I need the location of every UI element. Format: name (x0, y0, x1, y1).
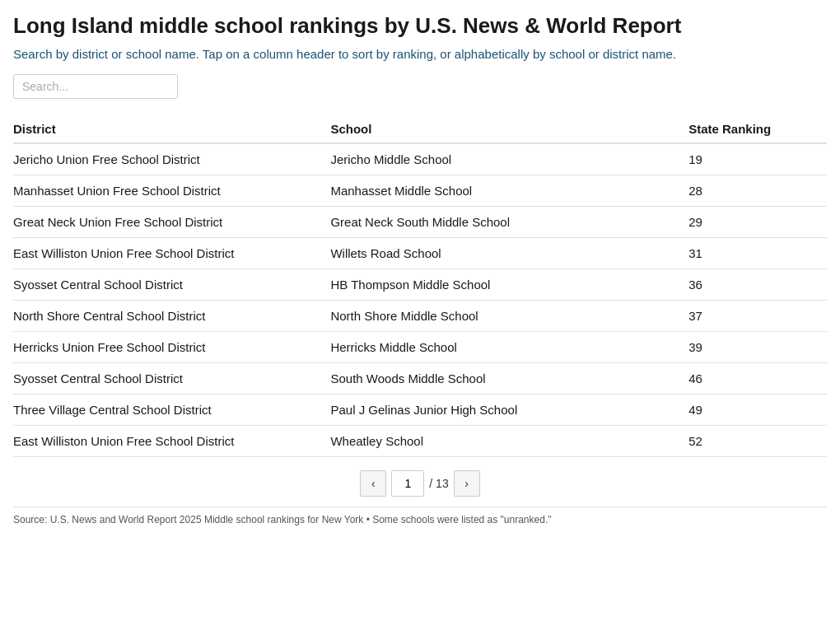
cell-ranking: 46 (680, 363, 827, 395)
cell-ranking: 39 (680, 332, 827, 363)
cell-ranking: 36 (680, 269, 827, 301)
subtitle: Search by district or school name. Tap o… (13, 47, 827, 61)
cell-school: Willets Road School (322, 238, 680, 269)
pagination: ‹ / 13 › (13, 457, 827, 507)
table-row: Jericho Union Free School DistrictJerich… (13, 143, 827, 175)
col-header-ranking[interactable]: State Ranking (680, 115, 827, 143)
cell-ranking: 28 (680, 175, 827, 207)
search-input[interactable] (13, 74, 178, 99)
table-row: Syosset Central School DistrictSouth Woo… (13, 363, 827, 395)
table-row: Syosset Central School DistrictHB Thomps… (13, 269, 827, 301)
cell-ranking: 37 (680, 301, 827, 332)
cell-school: Wheatley School (322, 426, 680, 457)
cell-school: HB Thompson Middle School (322, 269, 680, 301)
table-row: Great Neck Union Free School DistrictGre… (13, 207, 827, 238)
table-row: Manhasset Union Free School DistrictManh… (13, 175, 827, 207)
cell-district: Jericho Union Free School District (13, 143, 322, 175)
cell-school: North Shore Middle School (322, 301, 680, 332)
page-title: Long Island middle school rankings by U.… (13, 13, 827, 39)
pagination-next-button[interactable]: › (454, 470, 480, 497)
table-row: Herricks Union Free School DistrictHerri… (13, 332, 827, 363)
cell-district: Three Village Central School District (13, 395, 322, 426)
pagination-prev-button[interactable]: ‹ (360, 470, 386, 497)
cell-school: South Woods Middle School (322, 363, 680, 395)
table-body: Jericho Union Free School DistrictJerich… (13, 143, 827, 457)
cell-school: Jericho Middle School (322, 143, 680, 175)
cell-district: North Shore Central School District (13, 301, 322, 332)
cell-ranking: 49 (680, 395, 827, 426)
pagination-total: / 13 (429, 477, 448, 490)
cell-district: Syosset Central School District (13, 363, 322, 395)
page-wrapper: Long Island middle school rankings by U.… (0, 0, 840, 535)
col-header-district[interactable]: District (13, 115, 322, 143)
pagination-page-input[interactable] (391, 470, 424, 497)
cell-ranking: 31 (680, 238, 827, 269)
table-row: Three Village Central School DistrictPau… (13, 395, 827, 426)
table-row: East Williston Union Free School Distric… (13, 238, 827, 269)
col-header-school[interactable]: School (322, 115, 680, 143)
table-row: East Williston Union Free School Distric… (13, 426, 827, 457)
cell-district: Syosset Central School District (13, 269, 322, 301)
cell-ranking: 52 (680, 426, 827, 457)
cell-district: Herricks Union Free School District (13, 332, 322, 363)
cell-school: Manhasset Middle School (322, 175, 680, 207)
source-text: Source: U.S. News and World Report 2025 … (13, 507, 827, 535)
cell-district: Manhasset Union Free School District (13, 175, 322, 207)
cell-school: Paul J Gelinas Junior High School (322, 395, 680, 426)
cell-district: Great Neck Union Free School District (13, 207, 322, 238)
rankings-table: District School State Ranking Jericho Un… (13, 115, 827, 457)
cell-ranking: 19 (680, 143, 827, 175)
cell-district: East Williston Union Free School Distric… (13, 426, 322, 457)
cell-school: Great Neck South Middle School (322, 207, 680, 238)
cell-district: East Williston Union Free School Distric… (13, 238, 322, 269)
cell-ranking: 29 (680, 207, 827, 238)
table-header: District School State Ranking (13, 115, 827, 143)
search-container (13, 74, 827, 99)
table-row: North Shore Central School DistrictNorth… (13, 301, 827, 332)
cell-school: Herricks Middle School (322, 332, 680, 363)
